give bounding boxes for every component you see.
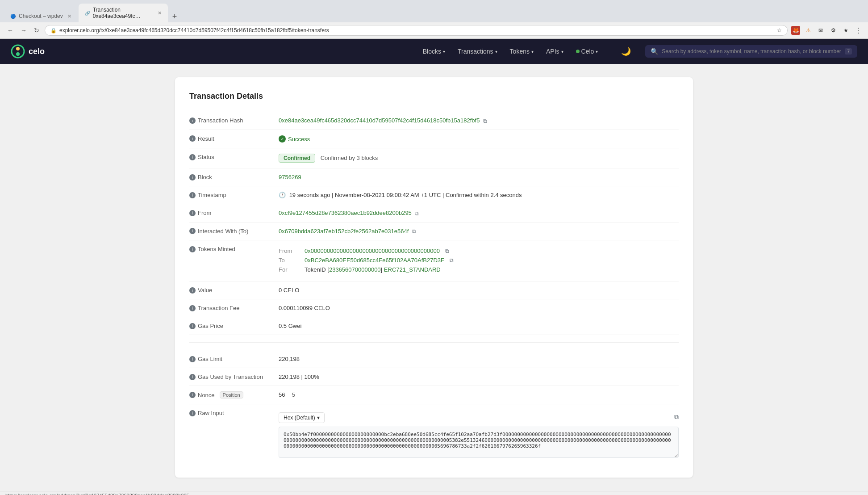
- label-timestamp: i Timestamp: [189, 192, 279, 198]
- info-icon-timestamp: i: [189, 192, 196, 198]
- token-standard-link[interactable]: ERC721_STANDARD: [384, 266, 441, 273]
- tab-close-celo[interactable]: ✕: [158, 10, 162, 16]
- nav-tokens-arrow: ▾: [531, 49, 534, 54]
- site-logo[interactable]: celo: [11, 44, 45, 59]
- value-result: ✓ Success: [279, 135, 679, 143]
- info-icon-rawinput: i: [189, 410, 196, 416]
- block-number-link[interactable]: 9756269: [279, 174, 301, 180]
- ext-icon-5[interactable]: ★: [841, 26, 850, 35]
- copy-tokens-from-icon[interactable]: ⧉: [445, 248, 449, 254]
- search-count: 7: [845, 48, 852, 55]
- tokens-from-row: From 0x000000000000000000000000000000000…: [279, 248, 679, 254]
- from-address-link[interactable]: 0xcf9e127455d28e7362380aec1b92ddee8200b2…: [279, 210, 412, 216]
- info-icon-result: i: [189, 135, 196, 142]
- info-icon-gasused: i: [189, 374, 196, 380]
- nav-blocks[interactable]: Blocks ▾: [417, 44, 451, 59]
- logo-text: celo: [29, 47, 45, 56]
- tab-favicon-wpdev: 🔵: [10, 13, 16, 19]
- info-icon-tokens: i: [189, 246, 196, 252]
- forward-button[interactable]: →: [19, 26, 29, 35]
- copy-raw-input-icon[interactable]: ⧉: [674, 413, 679, 421]
- nonce-value: 56: [279, 391, 285, 398]
- tab-label-wpdev: Checkout – wpdev: [19, 13, 63, 19]
- label-transaction-fee: i Transaction Fee: [189, 305, 279, 311]
- info-icon-hash: i: [189, 117, 196, 124]
- lock-icon: 🔒: [50, 28, 57, 34]
- value-status: Confirmed Confirmed by 3 blocks: [279, 154, 679, 163]
- raw-input-format-select[interactable]: Hex (Default) ▾: [279, 412, 325, 423]
- copy-interacted-icon[interactable]: ⧉: [412, 228, 416, 235]
- tokens-from-address[interactable]: 0x00000000000000000000000000000000000000…: [305, 248, 440, 254]
- copy-from-icon[interactable]: ⧉: [415, 210, 419, 217]
- nav-apis-label: APIs: [546, 48, 559, 55]
- nav-blocks-label: Blocks: [423, 48, 441, 55]
- row-nonce-position: i Nonce Position 56 5: [189, 386, 679, 404]
- label-gas-price: i Gas Price: [189, 323, 279, 329]
- value-value: 0 CELO: [279, 287, 679, 294]
- tokens-to-label: To: [279, 257, 301, 264]
- label-gas-used: i Gas Used by Transaction: [189, 373, 279, 380]
- tokens-for-label: For: [279, 266, 301, 273]
- address-bar[interactable]: 🔒 explorer.celo.org/tx/0xe84ae3cea49fc46…: [45, 25, 788, 36]
- reload-button[interactable]: ↻: [32, 26, 41, 35]
- row-value: i Value 0 CELO: [189, 281, 679, 299]
- raw-input-format-arrow: ▾: [317, 415, 320, 421]
- ext-icon-2[interactable]: ⚠: [804, 26, 813, 35]
- svg-point-2: [16, 52, 20, 56]
- value-timestamp: 🕐 19 seconds ago | November-08-2021 09:0…: [279, 192, 679, 198]
- row-block: i Block 9756269: [189, 168, 679, 186]
- transaction-hash-link[interactable]: 0xe84ae3cea49fc465d320dcc74410d7d59507f4…: [279, 117, 480, 124]
- label-from: i From: [189, 210, 279, 216]
- nav-transactions[interactable]: Transactions ▾: [452, 44, 503, 59]
- search-bar[interactable]: 🔍 Search by address, token symbol, name,…: [645, 45, 857, 58]
- ext-icon-6[interactable]: ⋮: [854, 26, 863, 35]
- info-icon-nonce: i: [189, 392, 196, 398]
- address-bar-row: ← → ↻ 🔒 explorer.celo.org/tx/0xe84ae3cea…: [0, 22, 868, 38]
- browser-chrome: 🔵 Checkout – wpdev ✕ 🔗 Transaction 0xe84…: [0, 0, 868, 39]
- copy-tokens-to-icon[interactable]: ⧉: [450, 257, 454, 264]
- value-raw-input: Hex (Default) ▾ ⧉ 0x50bb4e7f000000000000…: [279, 410, 679, 458]
- ext-icon-1[interactable]: 🦊: [791, 26, 800, 35]
- label-raw-input: i Raw Input: [189, 410, 279, 416]
- dark-mode-button[interactable]: 🌙: [621, 46, 631, 56]
- clock-icon: 🕐: [279, 192, 286, 198]
- row-gas-used: i Gas Used by Transaction 220,198 | 100%: [189, 368, 679, 386]
- copy-hash-icon[interactable]: ⧉: [483, 118, 487, 124]
- row-status: i Status Confirmed Confirmed by 3 blocks: [189, 148, 679, 168]
- tokens-from-label: From: [279, 248, 301, 254]
- nav-blocks-arrow: ▾: [443, 49, 445, 54]
- interacted-address-link[interactable]: 0x6709bdda623af7eb152cb2fe2562ab7e031e56…: [279, 228, 409, 235]
- nav-celo[interactable]: Celo ▾: [571, 44, 604, 59]
- tab-bar: 🔵 Checkout – wpdev ✕ 🔗 Transaction 0xe84…: [0, 0, 868, 22]
- info-icon-interacted: i: [189, 228, 196, 234]
- ext-icon-3[interactable]: ✉: [816, 26, 825, 35]
- raw-input-value: 0x50bb4e7f000000000000000000000000bc2eba…: [279, 427, 679, 458]
- tab-wpdev[interactable]: 🔵 Checkout – wpdev ✕: [4, 10, 78, 22]
- transaction-details-card: Transaction Details i Transaction Hash 0…: [175, 77, 693, 478]
- tokens-to-address[interactable]: 0xBC2eBA680EE50d685cc4Fe65f102AA70AfB27D…: [305, 257, 444, 264]
- nav-apis[interactable]: APIs ▾: [541, 44, 569, 59]
- ext-icon-4[interactable]: ⚙: [829, 26, 838, 35]
- section-separator: [189, 342, 679, 343]
- new-tab-button[interactable]: +: [169, 11, 181, 22]
- label-interacted-with: i Interacted With (To): [189, 228, 279, 235]
- value-transaction-hash: 0xe84ae3cea49fc465d320dcc74410d7d59507f4…: [279, 117, 679, 124]
- label-status: i Status: [189, 154, 279, 160]
- back-button[interactable]: ←: [5, 26, 15, 35]
- raw-input-format-label: Hex (Default): [284, 415, 315, 421]
- row-transaction-fee: i Transaction Fee 0.000110099 CELO: [189, 299, 679, 317]
- tab-close-wpdev[interactable]: ✕: [67, 13, 71, 19]
- nav-tokens[interactable]: Tokens ▾: [505, 44, 539, 59]
- value-interacted-with: 0x6709bdda623af7eb152cb2fe2562ab7e031e56…: [279, 228, 679, 235]
- info-icon-gasprice: i: [189, 323, 196, 329]
- token-id-link[interactable]: 2336560700000000: [329, 266, 381, 273]
- label-result: i Result: [189, 135, 279, 142]
- nav-transactions-arrow: ▾: [495, 49, 497, 54]
- row-gas-limit: i Gas Limit 220,198: [189, 350, 679, 368]
- tokens-for-value: TokenID [2336560700000000] ERC721_STANDA…: [305, 266, 441, 273]
- status-bar: https://explorer.celo.org/address/0xcf9e…: [0, 491, 868, 495]
- tab-celo[interactable]: 🔗 Transaction 0xe84ae3cea49fc… ✕: [79, 4, 168, 22]
- value-gas-price: 0.5 Gwei: [279, 323, 679, 329]
- row-interacted-with: i Interacted With (To) 0x6709bdda623af7e…: [189, 222, 679, 241]
- success-circle-icon: ✓: [279, 135, 286, 143]
